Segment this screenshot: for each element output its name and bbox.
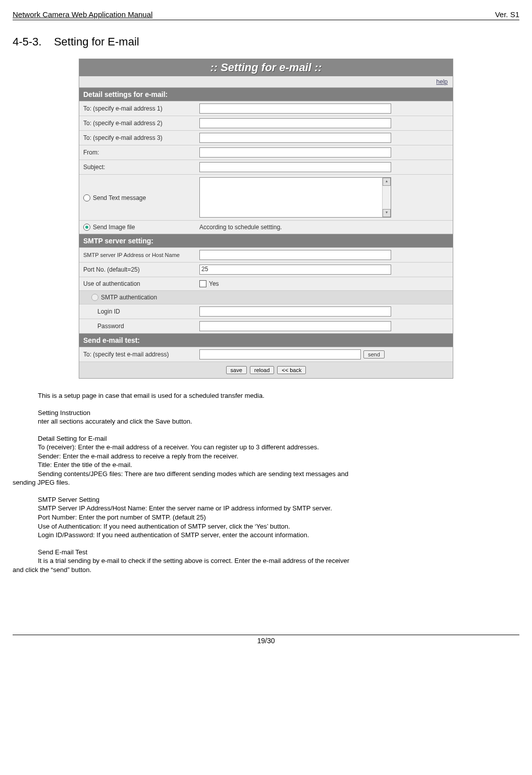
input-port[interactable]: 25 [199, 265, 391, 275]
input-from[interactable] [199, 147, 391, 158]
label-send-image-text: Send Image file [93, 224, 135, 231]
radio-send-text[interactable] [83, 194, 90, 201]
row-subject: Subject: [79, 160, 453, 174]
detail-heading: Detail Setting for E-mail [38, 434, 519, 443]
input-to3[interactable] [199, 133, 391, 143]
section-heading: 4-5-3. Setting for E-mail [13, 35, 519, 48]
row-smtp-auth: SMTP authentication [79, 290, 453, 304]
test-header: Send e-mail test: [79, 333, 453, 347]
label-to2: To: (specify e-mail address 2) [79, 116, 195, 130]
button-row: save reload << back [79, 361, 453, 378]
smtp-host-text: SMTP Server IP Address/Host Name: Enter … [38, 504, 519, 513]
input-smtp-host[interactable] [199, 250, 391, 260]
detail-sending-2: sending JPEG files. [13, 478, 519, 487]
section-number: 4-5-3. [13, 35, 41, 48]
row-password: Password [79, 319, 453, 333]
intro-text: This is a setup page in case that email … [38, 391, 519, 400]
reload-button[interactable]: reload [250, 366, 275, 374]
label-smtp-auth: SMTP authentication [79, 291, 195, 304]
save-button[interactable]: save [226, 366, 247, 374]
row-send-text: Send Text message ▴ ▾ [79, 174, 453, 220]
label-send-text-text: Send Text message [93, 194, 146, 201]
input-password[interactable] [199, 321, 391, 331]
test-body-1: It is a trial sending by e-mail to check… [38, 556, 519, 565]
page-footer: 19/30 [13, 635, 519, 645]
label-auth: Use of authentication [79, 277, 195, 290]
row-to2: To: (specify e-mail address 2) [79, 116, 453, 130]
input-to2[interactable] [199, 118, 391, 128]
send-button[interactable]: send [363, 350, 385, 358]
label-send-text: Send Text message [79, 175, 195, 220]
label-to3: To: (specify e-mail address 3) [79, 131, 195, 145]
row-login-id: Login ID [79, 304, 453, 319]
row-smtp-host: SMTP server IP Address or Host Name [79, 247, 453, 262]
label-to1: To: (specify e-mail address 1) [79, 101, 195, 116]
label-smtp-auth-text: SMTP authentication [101, 294, 157, 301]
row-auth: Use of authentication Yes [79, 277, 453, 290]
detail-to: To (receiver): Enter the e-mail address … [38, 443, 519, 452]
detail-title: Title: Enter the title of the e-mail. [38, 460, 519, 470]
body-text: This is a setup page in case that email … [38, 391, 519, 574]
test-body-2: and click the “send” button. [13, 565, 519, 575]
label-port: Port No. (default=25) [79, 263, 195, 277]
input-to1[interactable] [199, 104, 391, 114]
radio-send-image[interactable] [83, 224, 90, 231]
label-send-image: Send Image file [79, 221, 195, 234]
section-title-text: Setting for E-mail [54, 35, 139, 48]
smtp-port-text: Port Number: Enter the port number of SM… [38, 513, 519, 522]
page-header: Network Camera Web Application Manual Ve… [13, 10, 519, 20]
smtp-auth-text: Use of Authentication: If you need authe… [38, 522, 519, 531]
row-to3: To: (specify e-mail address 3) [79, 130, 453, 145]
panel-title: :: Setting for e-mail :: [79, 59, 453, 76]
row-to1: To: (specify e-mail address 1) [79, 101, 453, 116]
textarea-scrollbar[interactable]: ▴ ▾ [382, 178, 391, 217]
input-test-to[interactable] [199, 349, 361, 359]
label-auth-yes: Yes [209, 280, 219, 287]
row-send-image: Send Image file According to schedule se… [79, 220, 453, 234]
label-smtp-host: SMTP server IP Address or Host Name [79, 248, 195, 262]
row-port: Port No. (default=25) 25 [79, 262, 453, 277]
input-subject[interactable] [199, 162, 391, 172]
detail-sending-1: Sending contents/JPEG files: There are t… [38, 470, 519, 479]
label-login-id: Login ID [79, 304, 195, 319]
settings-panel: :: Setting for e-mail :: help Detail set… [79, 59, 453, 379]
doc-title: Network Camera Web Application Manual [13, 10, 152, 19]
scroll-up-icon[interactable]: ▴ [383, 178, 391, 186]
label-from: From: [79, 145, 195, 160]
setting-instruction-body: nter all sections accurately and click t… [38, 417, 519, 426]
smtp-heading: SMTP Server Setting [38, 495, 519, 504]
checkbox-auth-yes[interactable] [199, 280, 206, 287]
field-auth: Yes [195, 277, 453, 290]
doc-version: Ver. S1 [495, 10, 519, 19]
smtp-login-text: Login ID/Password: If you need authentic… [38, 531, 519, 540]
input-login-id[interactable] [199, 306, 391, 317]
test-heading: Send E-mail Test [38, 548, 519, 557]
help-link[interactable]: help [79, 76, 453, 87]
label-password: Password [79, 319, 195, 333]
label-test-to: To: (specify test e-mail address) [79, 347, 195, 361]
row-from: From: [79, 145, 453, 160]
send-image-note: According to schedule settting. [195, 221, 453, 234]
detail-sender: Sender: Enter the e-mail address to rece… [38, 452, 519, 461]
scroll-down-icon[interactable]: ▾ [383, 209, 391, 217]
setting-instruction-heading: Setting Instruction [38, 408, 519, 418]
smtp-settings-header: SMTP server setting: [79, 234, 453, 247]
radio-smtp-auth[interactable] [91, 294, 98, 301]
row-test-to: To: (specify test e-mail address) send [79, 347, 453, 361]
detail-settings-header: Detail settings for e-mail: [79, 87, 453, 101]
back-button[interactable]: << back [277, 366, 306, 374]
page-number: 19/30 [257, 637, 275, 645]
textarea-message[interactable]: ▴ ▾ [199, 177, 391, 218]
label-subject: Subject: [79, 160, 195, 174]
